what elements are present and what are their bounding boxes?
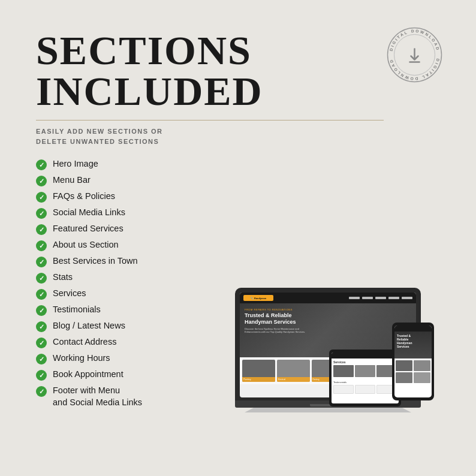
check-icon [36, 273, 47, 284]
check-icon [36, 240, 47, 251]
check-icon [36, 370, 47, 381]
nav-link [362, 297, 373, 299]
tablet-testimonials: Testimonials [332, 379, 399, 396]
list-item: Services [36, 288, 204, 300]
page-container: DIGITAL DOWNLOAD DIGITAL DOWNLOAD SECTIO… [0, 0, 476, 476]
phone-services [394, 358, 432, 385]
list-item: Menu Bar [36, 174, 204, 186]
check-icon [36, 176, 47, 186]
phone-screen: Trusted &ReliableHandymanServices [392, 323, 434, 400]
tablet-mockup: Services Testimonials [329, 350, 401, 406]
list-item: Social Media Links [36, 207, 204, 219]
phone-service-card [414, 360, 430, 371]
check-icon [36, 321, 47, 332]
service-overlay: Electrical [277, 377, 310, 382]
hero-content: FROM REPAIRS TO RENOVATIONS Trusted & Re… [245, 308, 411, 333]
tablet-test-card [355, 385, 375, 394]
nav-link [375, 297, 386, 299]
website-nav: 🔧 Handyman [240, 293, 416, 303]
tablet-content: Services [332, 358, 399, 379]
service-card: Plumbing [242, 360, 275, 382]
check-icon [36, 208, 47, 219]
list-item: Book Appointment [36, 369, 204, 381]
divider [36, 120, 384, 120]
phone-hero: Trusted &ReliableHandymanServices [394, 332, 432, 358]
check-icon [36, 289, 47, 300]
nav-links [349, 297, 412, 299]
check-icon [36, 257, 47, 267]
phone-hero-title: Trusted &ReliableHandymanServices [397, 334, 429, 348]
check-icon [36, 386, 47, 397]
nav-link [349, 297, 360, 299]
hero-tag: FROM REPAIRS TO RENOVATIONS [245, 308, 411, 311]
laptop-stand [235, 408, 421, 412]
list-item: Contact Address [36, 336, 204, 348]
tablet-screen: Services Testimonials [329, 350, 401, 406]
tablet-services-title: Services [333, 360, 397, 364]
brand-logo: 🔧 Handyman [243, 295, 273, 301]
subtitle: EASILY ADD NEW SECTIONS OR DELETE UNWANT… [36, 126, 440, 146]
tablet-card [355, 365, 375, 377]
hero-title: Trusted & Reliable Handyman Services [245, 312, 305, 326]
list-item: Blog / Latest News [36, 320, 204, 332]
phone-mockup: Trusted &ReliableHandymanServices [392, 323, 434, 400]
main-title: SECTIONS INCLUDED [36, 30, 440, 112]
list-item: Testimonials [36, 304, 204, 316]
header-section: SECTIONS INCLUDED EASILY ADD NEW SECTION… [36, 30, 440, 146]
list-item: Footer with Menuand Social Media Links [36, 385, 204, 408]
check-icon [36, 159, 47, 170]
content-area: Hero Image Menu Bar FAQs & Policies Soci… [36, 158, 440, 412]
list-item: About us Section [36, 239, 204, 251]
nav-link [402, 297, 412, 299]
list-item: Featured Services [36, 223, 204, 235]
tablet-testimonials-title: Testimonials [333, 381, 397, 384]
tablet-card [333, 365, 354, 377]
list-item: Working Hours [36, 353, 204, 364]
digital-download-badge: DIGITAL DOWNLOAD DIGITAL DOWNLOAD [386, 26, 443, 86]
phone-service-card [396, 372, 412, 383]
hero-subtitle: Discover the best Spotless Home Maintena… [245, 327, 311, 333]
tablet-nav [332, 353, 399, 358]
service-card: Electrical [277, 360, 310, 382]
check-icon [36, 192, 47, 203]
check-icon [36, 224, 47, 235]
list-item: Best Services in Town [36, 255, 204, 267]
list-item: FAQs & Policies [36, 191, 204, 203]
check-icon [36, 338, 47, 348]
mockup-area: 🔧 Handyman [216, 158, 440, 412]
check-icon [36, 305, 47, 316]
check-icon [36, 354, 47, 364]
tablet-test-cards [333, 385, 397, 394]
service-overlay: Plumbing [242, 377, 275, 382]
sections-list: Hero Image Menu Bar FAQs & Policies Soci… [36, 158, 204, 412]
phone-service-card [396, 360, 412, 371]
tablet-cards [333, 365, 397, 377]
list-item: Hero Image [36, 158, 204, 170]
tablet-test-card [333, 385, 354, 394]
phone-screen-inner: Trusted &ReliableHandymanServices [394, 326, 432, 397]
list-item: Stats [36, 272, 204, 284]
nav-link [388, 297, 399, 299]
tablet-screen-inner: Services Testimonials [332, 353, 399, 403]
phone-service-card [414, 372, 430, 383]
